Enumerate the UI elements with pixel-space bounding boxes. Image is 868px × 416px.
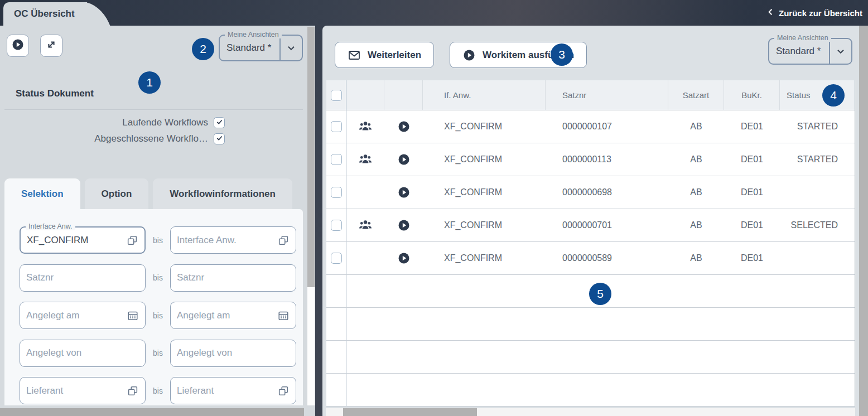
- empty-cell: [668, 275, 724, 307]
- chevron-down-icon[interactable]: [281, 36, 302, 60]
- lieferant-to-field[interactable]: Lieferant: [170, 377, 296, 404]
- row-checkbox[interactable]: [331, 121, 342, 132]
- calendar-icon[interactable]: [127, 309, 139, 322]
- angelegt-am-to-field[interactable]: Angelegt am: [170, 302, 296, 329]
- empty-cell: [423, 341, 546, 373]
- weiterleiten-button[interactable]: Weiterleiten: [335, 42, 434, 68]
- tab-oc-uebersicht[interactable]: OC Übersicht: [3, 2, 87, 26]
- cell-value: DE01: [741, 253, 763, 263]
- workflow-checkbox[interactable]: [214, 133, 225, 144]
- empty-cell: [384, 308, 423, 340]
- group-icon[interactable]: [358, 152, 373, 167]
- window-vertical-scrollbar[interactable]: [859, 26, 868, 416]
- tab-strip: SelektionOptionWorkflowinformationen: [4, 178, 292, 209]
- tab-selektion[interactable]: Selektion: [4, 178, 80, 209]
- satznr-from-field-placeholder: Satznr: [26, 272, 139, 283]
- table-row[interactable]: XF_CONFIRM0000000701ABDE01SELECTED: [326, 209, 855, 242]
- range-separator-label: bis: [146, 349, 170, 357]
- col-header-satznr: Satznr: [546, 80, 668, 110]
- satznr-to-field[interactable]: Satznr: [170, 264, 296, 292]
- interface-anw-from-field[interactable]: Interface Anw.XF_CONFIRM: [20, 226, 146, 254]
- lieferant-from-field[interactable]: Lieferant: [20, 377, 146, 404]
- cell-satzart: AB: [668, 242, 724, 274]
- interface-anw-to-field[interactable]: Interface Anw.: [170, 226, 296, 254]
- scrollbar-thumb[interactable]: [343, 408, 477, 416]
- angelegt-von-from-field[interactable]: Angelegt von: [20, 340, 146, 367]
- cell-value: DE01: [741, 187, 763, 197]
- back-to-overview-link[interactable]: Zurück zur Übersicht: [766, 6, 862, 20]
- empty-cell: [423, 374, 546, 406]
- tab-workflowinformationen[interactable]: Workflowinformationen: [153, 178, 292, 209]
- row-checkbox[interactable]: [331, 253, 342, 264]
- back-to-overview-label: Zurück zur Übersicht: [779, 8, 862, 18]
- value-help-icon[interactable]: [277, 385, 290, 397]
- cell-value: XF_CONFIRM: [444, 187, 502, 197]
- workitem-table: If. Anw.SatznrSatzartBuKr.StatusXF_CONFI…: [326, 80, 855, 407]
- envelope-icon: [348, 49, 361, 62]
- angelegt-am-from-field[interactable]: Angelegt am: [20, 302, 146, 329]
- column-header-label: Satzart: [683, 90, 710, 100]
- table-row[interactable]: XF_CONFIRM0000000589ABDE01: [326, 242, 855, 275]
- angelegt-von-to-field[interactable]: Angelegt von: [170, 340, 296, 367]
- satznr-from-field[interactable]: Satznr: [20, 264, 146, 292]
- row-checkbox[interactable]: [331, 154, 342, 165]
- row-select-cell: [326, 209, 346, 241]
- group-icon[interactable]: [358, 218, 373, 233]
- play-circle-icon[interactable]: [397, 120, 411, 133]
- table-row[interactable]: XF_CONFIRM0000000698ABDE01: [326, 176, 855, 209]
- tab-option[interactable]: Option: [85, 178, 149, 209]
- selektion-form: Interface Anw.XF_CONFIRMbisInterface Anw…: [4, 209, 303, 405]
- form-row-angelegt-am: Angelegt ambisAngelegt am: [4, 302, 303, 329]
- tab-label: Workflowinformationen: [170, 188, 276, 200]
- row-select-cell: [326, 176, 346, 209]
- cell-satzart: AB: [668, 176, 724, 209]
- left-panel-horizontal-scrollbar[interactable]: [0, 408, 304, 416]
- cell-value: SELECTED: [791, 220, 838, 230]
- empty-cell: [423, 308, 546, 340]
- row-play-cell: [384, 110, 423, 143]
- scrollbar-thumb[interactable]: [307, 27, 315, 287]
- play-circle-icon[interactable]: [397, 219, 411, 232]
- form-row-lieferant: LieferantbisLieferant: [4, 377, 303, 404]
- my-views-select-right[interactable]: Meine Ansichten Standard *: [768, 38, 852, 65]
- row-checkbox[interactable]: [331, 187, 342, 198]
- lieferant-to-field-placeholder: Lieferant: [177, 385, 274, 396]
- play-circle-icon[interactable]: [397, 251, 411, 265]
- calendar-icon[interactable]: [277, 309, 290, 322]
- row-group-cell: [346, 242, 384, 274]
- workflow-checkbox[interactable]: [214, 117, 225, 128]
- cell-satznr: 0000000113: [546, 143, 668, 176]
- table-row[interactable]: XF_CONFIRM0000000107ABDE01STARTED: [326, 110, 855, 143]
- empty-cell: [668, 374, 724, 406]
- execute-button[interactable]: [7, 35, 29, 57]
- empty-cell: [780, 275, 855, 307]
- expand-button[interactable]: [40, 35, 62, 57]
- value-help-icon[interactable]: [277, 234, 290, 246]
- my-views-select-left[interactable]: Meine Ansichten Standard *: [219, 35, 303, 61]
- empty-cell: [423, 275, 546, 307]
- left-panel-vertical-scrollbar[interactable]: [307, 27, 315, 405]
- value-help-icon[interactable]: [126, 234, 138, 246]
- cell-value: 0000000107: [562, 122, 612, 132]
- table-horizontal-scrollbar[interactable]: [326, 408, 855, 416]
- empty-cell: [780, 308, 855, 340]
- chevron-down-icon[interactable]: [830, 39, 851, 64]
- row-select-cell: [326, 275, 346, 307]
- range-separator-label: bis: [146, 273, 170, 282]
- empty-cell: [346, 308, 384, 340]
- table-empty-row: [326, 308, 855, 341]
- group-icon[interactable]: [358, 119, 373, 134]
- select-all-checkbox[interactable]: [331, 90, 342, 101]
- row-select-cell: [326, 341, 346, 373]
- tab-label: Selektion: [21, 188, 64, 200]
- row-checkbox[interactable]: [331, 220, 342, 231]
- cell-value: AB: [690, 253, 702, 263]
- play-circle-icon[interactable]: [397, 153, 411, 166]
- select-all-cell[interactable]: [326, 80, 346, 110]
- cell-bukr: DE01: [724, 176, 780, 209]
- table-row[interactable]: XF_CONFIRM0000000113ABDE01STARTED: [326, 143, 855, 176]
- value-help-icon[interactable]: [127, 385, 139, 397]
- play-circle-icon[interactable]: [397, 186, 411, 199]
- cell-status: SELECTED: [780, 209, 855, 241]
- empty-cell: [668, 308, 724, 340]
